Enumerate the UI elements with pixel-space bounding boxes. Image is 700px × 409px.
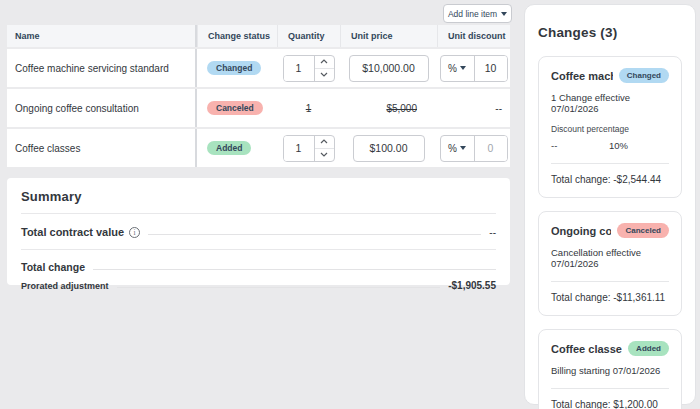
add-line-item-button[interactable]: Add line item — [443, 4, 512, 23]
info-icon[interactable]: i — [129, 227, 140, 238]
change-card-ongoing-consultation: Ongoing coffee co... Canceled Cancellati… — [538, 211, 682, 316]
column-header-unit-price: Unit price — [340, 25, 437, 47]
change-effective-date: 1 Change effective 07/01/2026 — [551, 92, 669, 114]
table-row-ongoing-coffee-consultation: Ongoing coffee consultation Canceled 1 $… — [7, 87, 510, 127]
total-contract-value: -- — [489, 227, 496, 238]
cancellation-effective-date: Cancellation effective 07/01/2026 — [551, 247, 669, 269]
stepper-up-icon[interactable] — [315, 56, 334, 69]
stepper-up-icon[interactable] — [315, 136, 334, 149]
summary-panel: Summary Total contract value i -- Total … — [7, 178, 510, 285]
total-contract-value-label: Total contract value — [21, 226, 124, 238]
add-line-item-label: Add line item — [448, 9, 497, 19]
total-change-row: Total change — [21, 250, 496, 276]
status-badge-changed: Changed — [207, 61, 261, 76]
total-change-label: Total change — [21, 261, 85, 273]
discount-unit-dropdown[interactable]: % — [441, 56, 475, 81]
column-header-unit-discount: Unit discount — [437, 25, 510, 47]
quantity-stepper[interactable] — [283, 135, 335, 162]
discount-unit-label: % — [448, 63, 457, 74]
chevron-down-icon — [501, 12, 507, 16]
change-card-total: Total change: -$2,544.44 — [551, 174, 669, 185]
change-card-coffee-machine: Coffee machine se... Changed 1 Change ef… — [538, 56, 682, 198]
changes-sidebar: Changes (3) Coffee machine se... Changed… — [524, 4, 696, 405]
discount-value-input[interactable] — [475, 136, 507, 161]
unit-price-input[interactable] — [353, 135, 425, 162]
prorated-adjustment-value: -$1,905.55 — [448, 280, 496, 291]
change-card-total: Total change: $1,200.00 — [551, 399, 669, 409]
stepper-down-icon[interactable] — [315, 69, 334, 81]
discount-unit-label: % — [448, 143, 457, 154]
changes-panel-title: Changes (3) — [538, 25, 682, 40]
card-divider — [551, 163, 669, 164]
change-card-title: Coffee machine se... — [551, 70, 613, 82]
change-card-title: Coffee classes — [551, 343, 622, 355]
status-badge-canceled: Canceled — [207, 101, 263, 116]
total-contract-value-row: Total contract value i -- — [21, 214, 496, 250]
change-card-total: Total change: -$11,361.11 — [551, 292, 669, 303]
change-detail-label: Discount percentage — [551, 124, 669, 134]
prorated-adjustment-label: Prorated adjustment — [21, 281, 109, 291]
unit-discount-empty: -- — [495, 103, 502, 114]
chevron-down-icon — [460, 66, 466, 70]
status-badge-canceled: Canceled — [617, 223, 669, 238]
change-detail-new-value: 10% — [609, 140, 628, 151]
status-badge-changed: Changed — [619, 68, 669, 83]
change-detail-row: -- 10% — [551, 140, 669, 151]
status-badge-added: Added — [628, 341, 669, 356]
line-items-table: Name Change status Quantity Unit price U… — [7, 25, 510, 167]
column-header-change-status: Change status — [197, 25, 277, 47]
chevron-down-icon — [460, 146, 466, 150]
unit-discount-control: % — [440, 55, 508, 82]
summary-title: Summary — [21, 178, 496, 214]
unit-discount-control: % — [440, 135, 508, 162]
leader-line — [117, 287, 441, 288]
column-header-name: Name — [7, 25, 197, 47]
unit-price-value-struck: $5,000 — [386, 103, 417, 114]
table-header-row: Name Change status Quantity Unit price U… — [7, 25, 510, 47]
line-item-name: Coffee classes — [7, 129, 197, 167]
leader-line — [93, 269, 496, 270]
quantity-stepper[interactable] — [283, 55, 335, 82]
prorated-adjustment-row: Prorated adjustment -$1,905.55 — [21, 276, 496, 295]
status-badge-added: Added — [207, 141, 251, 156]
discount-unit-dropdown[interactable]: % — [441, 136, 475, 161]
card-divider — [551, 388, 669, 389]
change-card-coffee-classes: Coffee classes Added Billing starting 07… — [538, 329, 682, 409]
stepper-down-icon[interactable] — [315, 149, 334, 161]
quantity-input[interactable] — [284, 136, 314, 161]
card-divider — [551, 281, 669, 282]
unit-price-input[interactable] — [349, 55, 429, 82]
change-detail-old-value: -- — [551, 140, 609, 151]
column-header-quantity: Quantity — [277, 25, 340, 47]
change-card-title: Ongoing coffee co... — [551, 225, 611, 237]
table-row-coffee-classes: Coffee classes Added % — [7, 127, 510, 167]
line-item-name: Coffee machine servicing standard — [7, 49, 197, 87]
line-item-name: Ongoing coffee consultation — [7, 89, 197, 127]
quantity-input[interactable] — [284, 56, 314, 81]
leader-line — [148, 234, 481, 235]
discount-value-input[interactable] — [475, 56, 507, 81]
quantity-value-struck: 1 — [306, 103, 312, 114]
table-row-coffee-machine-servicing: Coffee machine servicing standard Change… — [7, 47, 510, 87]
billing-start-date: Billing starting 07/01/2026 — [551, 365, 669, 376]
